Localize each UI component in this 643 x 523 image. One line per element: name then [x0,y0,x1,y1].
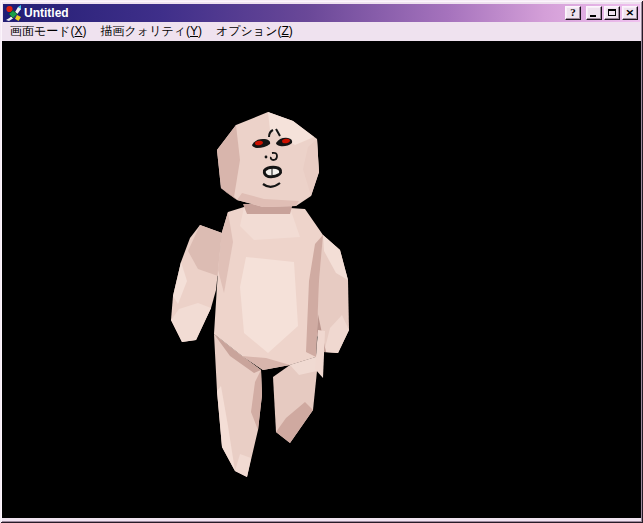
render-scene [2,41,641,518]
app-window: Untitled ? ✕ 画面モード(X) 描画クォリティ(Y) オプション(Z… [0,0,643,523]
figure-torso [214,203,323,370]
help-icon: ? [570,7,576,18]
menu-screen-mode[interactable]: 画面モード(X) [3,21,94,43]
titlebar[interactable]: Untitled ? ✕ [3,4,640,22]
window-title: Untitled [24,4,565,22]
menu-options[interactable]: オプション(Z) [209,21,300,43]
close-button[interactable]: ✕ [622,6,638,20]
nostril [265,156,268,159]
maximize-icon [608,9,616,16]
render-viewport[interactable] [2,41,641,518]
minimize-icon [590,15,596,17]
help-button[interactable]: ? [565,6,581,20]
minimize-button[interactable] [586,6,602,20]
close-icon: ✕ [626,9,635,18]
menubar: 画面モード(X) 描画クォリティ(Y) オプション(Z) [2,22,641,41]
app-icon[interactable] [5,5,21,21]
titlebar-buttons: ? ✕ [565,6,638,20]
menu-render-quality[interactable]: 描画クォリティ(Y) [94,21,209,43]
maximize-button[interactable] [604,6,620,20]
